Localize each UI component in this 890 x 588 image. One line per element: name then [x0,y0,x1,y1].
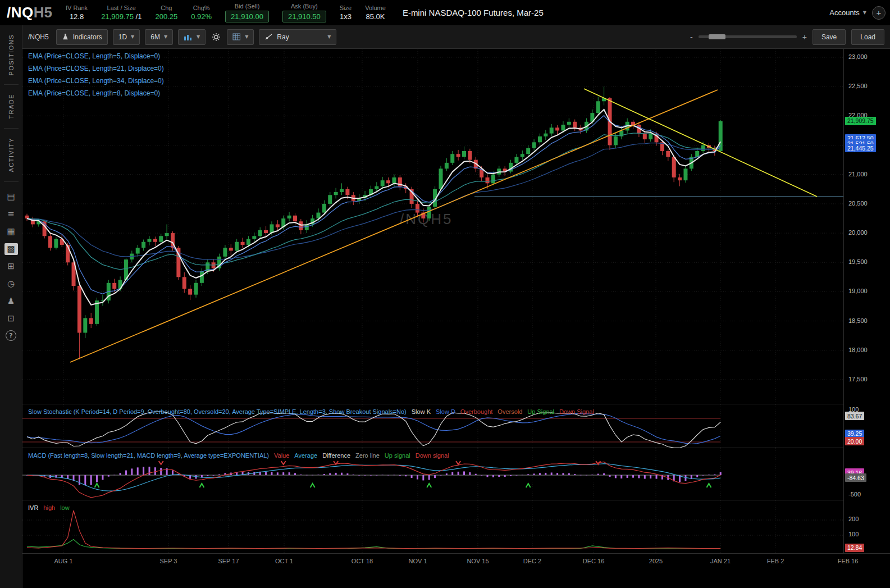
help-icon[interactable]: ? [6,330,16,341]
ivr-low-line [27,540,720,549]
bid-label: Bid (Sell) [235,3,260,10]
people-icon[interactable]: ♟ [4,295,18,307]
axis-tick-label: 19,000 [848,288,868,294]
ray-icon [264,33,273,40]
legend-zero-line: Zero line [355,452,380,459]
legend-down-signal: Down signal [416,452,449,459]
drawing-tool-dropdown[interactable]: Ray ▼ [259,29,336,45]
ivr-canvas[interactable] [22,500,843,554]
chg-label: Chg [161,4,172,11]
macd-title[interactable]: MACD (Fast length=8, Slow length=21, MAC… [28,452,269,459]
calendar-icon[interactable]: ▦ [4,226,18,238]
axis-tick-label: 18,500 [848,317,868,324]
clock-icon[interactable]: ◷ [4,278,18,290]
bar-chart-icon [184,33,193,41]
macd-down-signal [281,461,286,464]
ask-field: Ask (Buy) 21,910.50 [282,3,326,22]
price-axis[interactable]: 23,00022,50022,00021,50021,00020,50020,0… [843,49,890,553]
zoom-controls: - + Save Load [690,29,884,45]
sidebar-tab-activity[interactable]: ACTIVITY [8,129,15,181]
chart-icon[interactable]: ▩ [4,243,18,255]
legend-difference: Difference [322,452,350,459]
time-label: 2025 [649,558,663,564]
ema-study-label-1[interactable]: EMA (Price=CLOSE, Length=21, Displace=0) [28,62,164,75]
last-size-field: Last / Size 21,909.75 /1 [101,4,142,21]
volume-field: Volume 85.0K [365,4,386,21]
axis-tick-label: 17,500 [848,376,868,382]
ascending-support[interactable] [70,90,718,362]
card-icon[interactable]: ⊡ [4,313,18,325]
sidebar-tab-trade[interactable]: TRADE [8,85,15,128]
axis-tick-label: 100 [848,531,859,537]
chevron-down-icon: ▼ [245,34,248,39]
ask-label: Ask (Buy) [291,3,318,10]
chart-settings-button[interactable] [211,30,222,44]
time-label: DEC 2 [523,558,541,564]
legend-overbought: Overbought [460,408,492,415]
macd-value-line [27,462,720,498]
save-button[interactable]: Save [813,29,846,45]
time-label: JAN 21 [710,558,731,564]
axis-price-badge: -84.63 [845,473,866,482]
axis-tick-label: 19,500 [848,258,868,265]
zoom-in-button[interactable]: + [802,33,807,42]
bid-field: Bid (Sell) 21,910.00 [225,3,269,22]
accounts-dropdown[interactable]: Accounts ▼ [829,8,866,17]
zoom-slider-handle[interactable] [709,34,725,39]
ema34-line [27,143,720,260]
macd-up-signal [95,484,99,487]
legend-average: Average [294,452,317,459]
add-widget-button[interactable]: + [872,6,886,20]
ema-study-label-2[interactable]: EMA (Price=CLOSE, Length=34, Displace=0) [28,75,164,87]
zoom-out-button[interactable]: - [690,33,693,42]
stochastic-panel: Slow Stochastic (K Period=14, D Period=9… [22,404,843,448]
load-button[interactable]: Load [851,29,884,45]
last-price: 21,909.75 [101,12,134,21]
sidebar-tab-positions[interactable]: POSITIONS [8,25,15,84]
time-label: SEP 17 [218,558,239,564]
time-label: OCT 18 [352,558,373,564]
indicators-label: Indicators [73,33,102,41]
ema-study-label-3[interactable]: EMA (Price=CLOSE, Length=8, Displace=0) [28,87,164,99]
ema-study-label-0[interactable]: EMA (Price=CLOSE, Length=5, Displace=0) [28,50,164,62]
chg-value: 200.25 [155,12,177,21]
trading-app-window: /NQ H5 IV Rank 12.8 Last / Size 21,909.7… [0,0,890,588]
ivr-legend: highlow [38,504,69,511]
descending-resistance[interactable] [584,89,817,197]
iv-rank-value: 12.8 [70,12,84,21]
price-chart-canvas[interactable]: /NQH5 [22,49,843,403]
legend-up-signal: Up signal [385,452,410,459]
bid-button[interactable]: 21,910.00 [225,11,269,22]
axis-tick-label: -500 [848,491,861,498]
macd-up-signal [706,484,711,487]
pattern-tool-dropdown[interactable]: ▼ [227,29,254,45]
range-value: 6M [150,33,160,41]
time-label: SEP 3 [160,558,177,564]
range-dropdown[interactable]: 6M ▼ [145,29,173,45]
ivr-title-row: IVRhighlow [28,504,70,511]
grid-icon[interactable]: ⊞ [4,261,18,272]
document-icon[interactable]: ▤ [4,191,18,203]
chart-symbol-label[interactable]: /NQH5 [28,33,49,41]
time-label: NOV 1 [408,558,427,564]
list-icon[interactable]: ≡ [4,208,18,220]
legend-slow-d: Slow D [436,408,455,415]
time-axis[interactable]: AUG 1SEP 3SEP 17OCT 1OCT 18NOV 1NOV 15DE… [22,553,890,568]
indicators-button[interactable]: Indicators [56,29,108,45]
stochastic-title[interactable]: Slow Stochastic (K Period=14, D Period=9… [28,408,407,415]
chevron-down-icon: ▼ [164,34,167,39]
macd-up-signal [427,484,431,487]
chg-pct-field: Chg% 0.92% [191,4,212,21]
macd-title-row: MACD (Fast length=8, Slow length=21, MAC… [28,452,449,459]
chart-style-dropdown[interactable]: ▼ [178,29,206,45]
gear-icon [212,33,221,42]
legend-slow-k: Slow K [412,408,431,415]
timeframe-dropdown[interactable]: 1D ▼ [113,29,140,45]
size-field: Size 1x3 [340,4,352,21]
legend-value: Value [274,452,289,459]
last-size-qty: /1 [136,12,142,21]
ivr-title[interactable]: IVR [28,504,38,511]
ask-button[interactable]: 21,910.50 [282,11,326,22]
iv-rank-label: IV Rank [66,4,88,11]
zoom-slider[interactable] [699,35,797,38]
